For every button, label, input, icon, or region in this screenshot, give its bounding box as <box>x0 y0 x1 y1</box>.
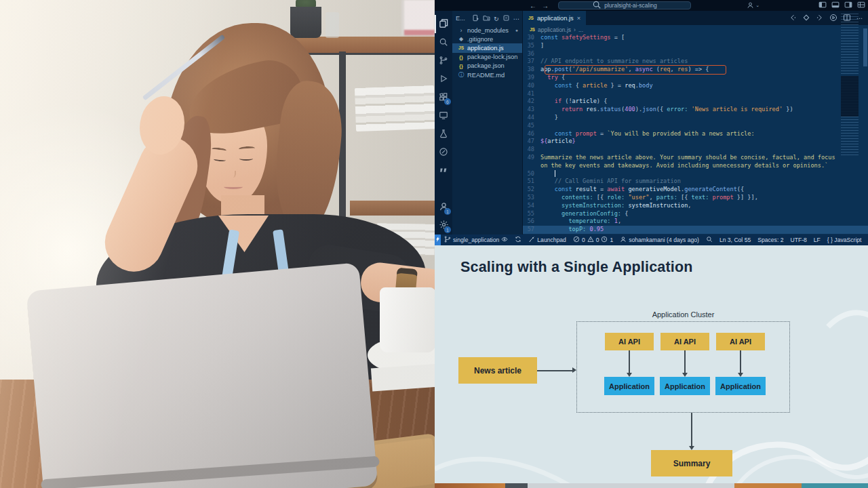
quotes-icon <box>439 165 448 176</box>
status-zoom[interactable] <box>703 236 716 244</box>
activity-remote-explorer[interactable] <box>435 106 452 125</box>
status-problems[interactable]: 001 <box>570 236 616 244</box>
summary-box: Summary <box>651 450 732 476</box>
activity-bar: 611 <box>435 11 452 235</box>
activity-settings[interactable]: 1 <box>435 216 452 235</box>
js-file-icon: JS <box>528 16 534 20</box>
activity-run-and-debug[interactable] <box>435 70 452 88</box>
activity-search[interactable] <box>435 33 452 52</box>
explorer-title: E... <box>456 15 465 22</box>
refresh-icon[interactable]: ↻ <box>494 15 499 22</box>
collapse-all-icon[interactable] <box>502 14 510 23</box>
workspace-name: pluralsight-ai-scaling <box>604 2 656 9</box>
copilot-menu[interactable]: ⌄ <box>747 0 760 11</box>
status-git-branch[interactable]: single_application <box>441 236 511 244</box>
tools-icon <box>528 236 535 244</box>
arrow-news-to-cluster <box>537 370 572 371</box>
remote-explorer-icon <box>439 110 448 121</box>
code-line-57: 57 topP: 0.95 <box>523 226 868 234</box>
ai-api-box: AI API <box>716 333 765 350</box>
activity-edit-sessions[interactable] <box>435 143 452 161</box>
customize-layout-icon[interactable] <box>857 1 865 10</box>
arrow-cluster-to-summary <box>691 413 692 446</box>
editor-scrollbar[interactable] <box>863 28 867 66</box>
code-line-48: 48 <box>523 146 868 154</box>
more-actions-icon[interactable]: ⋯ <box>513 15 519 22</box>
vscode-window: ← → pluralsight-ai-scaling ⌄ 611 <box>435 0 868 245</box>
lightning-icon <box>435 235 441 245</box>
status-language-mode[interactable]: { } JavaScript <box>824 237 865 243</box>
nav-forward-icon[interactable]: → <box>542 2 549 9</box>
tab-application-js[interactable]: JS application.js × <box>523 11 586 25</box>
status-eol[interactable]: LF <box>810 237 824 243</box>
code-line-46: 46 const prompt = `You will be provided … <box>523 130 868 138</box>
code-line-40: 40 const { article } = req.body <box>523 82 868 90</box>
person-icon <box>620 236 627 244</box>
file-item--gitignore[interactable]: ◆.gitignore <box>452 35 522 43</box>
clock-icon <box>601 236 608 244</box>
activity-explorer[interactable] <box>435 15 452 33</box>
file-item-package-json[interactable]: {}package.json <box>452 62 522 70</box>
run-file-icon[interactable] <box>829 14 837 23</box>
ai-api-box: AI API <box>605 333 654 350</box>
status-indentation[interactable]: Spaces: 2 <box>754 237 787 243</box>
tab-close-icon[interactable]: × <box>577 15 580 22</box>
code-line-47: 47${article} <box>523 138 868 146</box>
status-feedback[interactable] <box>865 236 868 245</box>
file-item-package-lock-json[interactable]: {}package-lock.json <box>452 53 522 62</box>
toggle-secondary-sidebar-icon[interactable] <box>844 1 852 10</box>
activity-quotes[interactable] <box>435 161 452 180</box>
editor-group[interactable]: JS application.js × ⋯ JS app <box>523 11 868 235</box>
code-line-54: 54 systemInstruction: systemInstruction, <box>523 202 868 210</box>
nav-back-icon[interactable]: ← <box>530 2 536 9</box>
title-bar: ← → pluralsight-ai-scaling ⌄ <box>435 0 868 11</box>
strip-segment-3 <box>528 483 734 488</box>
activity-testing[interactable] <box>435 125 452 143</box>
forward-circle-icon[interactable] <box>816 14 824 23</box>
breadcrumb-symbol: ... <box>578 26 583 33</box>
status-encoding[interactable]: UTF-8 <box>787 237 810 243</box>
activity-extensions[interactable]: 6 <box>435 88 452 106</box>
breadcrumb[interactable]: JS application.js › ... <box>523 25 868 34</box>
new-folder-icon[interactable] <box>483 14 490 23</box>
file-item-node-modules[interactable]: ›node_modules● <box>452 26 522 35</box>
diamond-icon[interactable] <box>802 14 810 23</box>
activity-accounts[interactable]: 1 <box>435 198 452 216</box>
strip-segment-2 <box>505 483 528 488</box>
branch-icon <box>444 236 451 244</box>
file-item-application-js[interactable]: JSapplication.js <box>452 43 522 52</box>
code-line-52: 52 const result = await generativeModel.… <box>523 186 868 194</box>
new-file-icon[interactable] <box>472 14 479 23</box>
modified-dot: ● <box>515 28 518 33</box>
file-item-readme-md[interactable]: ⓘREADME.md <box>452 70 522 79</box>
code-line-45: 45 <box>523 122 868 130</box>
code-line-44: 44 } <box>523 114 868 122</box>
course-thumbnail: ← → pluralsight-ai-scaling ⌄ 611 <box>0 0 868 488</box>
back-circle-icon[interactable] <box>789 14 797 23</box>
status-cursor-position[interactable]: Ln 3, Col 55 <box>716 237 754 243</box>
toggle-sidebar-icon[interactable] <box>818 1 827 10</box>
files-icon <box>439 18 449 30</box>
minimap-lower <box>841 76 859 117</box>
status-blame[interactable]: sohamkamani (4 days ago) <box>616 236 703 244</box>
arrow-head <box>627 373 632 377</box>
badge: 1 <box>444 226 451 233</box>
badge: 6 <box>444 98 451 105</box>
status-launchpad[interactable]: Launchpad <box>525 236 570 244</box>
strip-segment-1 <box>435 483 505 488</box>
strip-segment-5 <box>802 483 868 488</box>
code-line-wrap: on the key events and takeaways. Avoid i… <box>523 162 868 170</box>
command-center-search[interactable]: pluralsight-ai-scaling <box>558 1 691 9</box>
activity-source-control[interactable] <box>435 52 452 70</box>
photo-woman-at-laptop <box>0 0 435 488</box>
text-cursor <box>555 170 555 177</box>
toggle-panel-icon[interactable] <box>831 1 840 10</box>
tab-bar: JS application.js × ⋯ <box>523 11 868 25</box>
code-line-39: 39 try { <box>523 74 868 82</box>
source-control-icon <box>439 56 448 66</box>
arrow-head <box>738 373 743 377</box>
application-box: Application <box>604 377 654 395</box>
remote-indicator[interactable] <box>435 235 441 245</box>
code-area[interactable]: 30const safetySettings = [35]3637// API … <box>523 34 868 235</box>
status-sync[interactable] <box>511 236 525 244</box>
